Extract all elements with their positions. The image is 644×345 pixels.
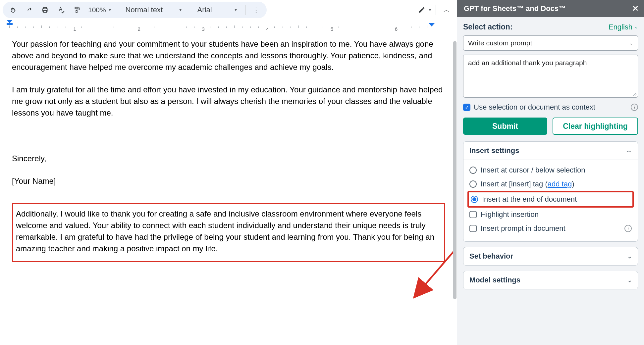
- right-indent-marker[interactable]: [429, 23, 435, 26]
- empty-line: [12, 130, 445, 142]
- model-settings-title: Model settings: [469, 276, 520, 284]
- clear-highlighting-button[interactable]: Clear highlighting: [553, 118, 638, 135]
- checkbox-empty-icon: [469, 211, 477, 218]
- separator: [436, 5, 436, 15]
- spellcheck-icon: [57, 6, 65, 14]
- print-icon: [41, 6, 49, 14]
- toolbar: 100% ▼ Normal text ▼ Arial ▼ ⋮ ▼: [0, 0, 457, 20]
- model-settings-panel[interactable]: Model settings ⌄: [463, 271, 638, 289]
- language-value: English: [609, 23, 632, 31]
- radio-label: Insert at [insert] tag (add tag): [481, 180, 574, 188]
- paragraph-1: Your passion for teaching and your commi…: [12, 38, 445, 73]
- chevron-down-icon: ⌄: [627, 253, 632, 260]
- document-area: 100% ▼ Normal text ▼ Arial ▼ ⋮ ▼: [0, 0, 457, 345]
- radio-label: Insert at cursor / below selection: [481, 166, 585, 174]
- action-value: Write custom prompt: [468, 39, 532, 47]
- zoom-value: 100%: [88, 6, 106, 14]
- use-context-label: Use selection or document as context: [474, 103, 595, 112]
- paragraph-style-select[interactable]: Normal text ▼: [121, 6, 187, 14]
- insert-settings-body: Insert at cursor / below selection Inser…: [463, 160, 638, 241]
- insert-settings-header[interactable]: Insert settings ︿: [463, 142, 638, 160]
- chevron-down-icon: ▼: [108, 8, 112, 12]
- checkbox-checked-icon[interactable]: ✓: [463, 104, 470, 111]
- separator: [190, 5, 190, 15]
- signature: [Your Name]: [12, 175, 445, 187]
- radio-icon: [469, 180, 477, 188]
- chevron-down-icon: ▼: [234, 8, 238, 12]
- chevron-up-icon: ︿: [626, 147, 632, 154]
- check-label: Insert prompt in document: [481, 224, 565, 233]
- select-action-label: Select action:: [463, 23, 513, 31]
- sidebar-body: Select action: English ⌄ Write custom pr…: [457, 17, 644, 345]
- style-value: Normal text: [126, 6, 163, 14]
- radio-icon: [469, 167, 477, 174]
- radio-insert-tag[interactable]: Insert at [insert] tag (add tag): [469, 177, 632, 191]
- prompt-text: add an additional thank you paragraph: [468, 59, 587, 67]
- add-tag-link[interactable]: add tag: [548, 180, 572, 188]
- chevron-down-icon: ▼: [428, 8, 432, 12]
- check-label: Highlight insertion: [481, 210, 539, 219]
- document-page[interactable]: Your passion for teaching and your commi…: [0, 29, 457, 345]
- sidebar-title: GPT for Sheets™ and Docs™: [464, 4, 566, 13]
- undo-icon: [10, 6, 17, 14]
- radio-label: Insert at the end of document: [482, 195, 577, 204]
- pencil-icon: [418, 6, 425, 14]
- chevron-down-icon: ⌄: [634, 25, 638, 29]
- ruler-track: 123456: [9, 20, 451, 29]
- undo-button[interactable]: [5, 3, 21, 17]
- more-vert-icon: ⋮: [253, 6, 259, 14]
- set-behavior-panel[interactable]: Set behavior ⌄: [463, 247, 638, 266]
- info-icon[interactable]: i: [624, 225, 632, 232]
- radio-insert-end[interactable]: Insert at the end of document: [471, 194, 630, 205]
- font-value: Arial: [197, 6, 212, 14]
- edit-mode-button[interactable]: ▼: [417, 3, 433, 17]
- close-icon[interactable]: ✕: [632, 4, 639, 13]
- chevron-down-icon: ▼: [179, 8, 183, 12]
- toolbar-pill: 100% ▼ Normal text ▼ Arial ▼ ⋮: [3, 2, 267, 18]
- separator: [245, 5, 245, 15]
- action-header-row: Select action: English ⌄: [463, 23, 638, 31]
- submit-button[interactable]: Submit: [463, 118, 547, 135]
- language-select[interactable]: English ⌄: [609, 23, 638, 31]
- spellcheck-button[interactable]: [53, 3, 69, 17]
- info-icon[interactable]: i: [631, 104, 638, 111]
- font-select[interactable]: Arial ▼: [193, 6, 242, 14]
- radio-insert-end-highlight: Insert at the end of document: [467, 191, 634, 208]
- redo-button[interactable]: [21, 3, 37, 17]
- set-behavior-title: Set behavior: [469, 252, 513, 261]
- chevron-up-icon: ︿: [444, 6, 450, 14]
- print-button[interactable]: [37, 3, 53, 17]
- separator: [118, 5, 118, 15]
- radio-insert-cursor[interactable]: Insert at cursor / below selection: [469, 163, 632, 177]
- check-highlight-insertion[interactable]: Highlight insertion: [469, 208, 632, 222]
- inserted-text-highlight: Additionally, I would like to thank you …: [12, 203, 445, 262]
- insert-settings-title: Insert settings: [469, 146, 519, 155]
- sidebar-header: GPT for Sheets™ and Docs™ ✕: [457, 0, 644, 17]
- paint-icon: [73, 6, 80, 14]
- model-settings-header[interactable]: Model settings ⌄: [463, 271, 638, 289]
- radio-selected-icon: [471, 196, 478, 203]
- paint-format-button[interactable]: [69, 3, 85, 17]
- scroll-thumb[interactable]: [453, 41, 456, 299]
- action-dropdown[interactable]: Write custom prompt ⌄: [463, 35, 638, 51]
- redo-icon: [26, 6, 33, 14]
- scrollbar[interactable]: [453, 28, 456, 345]
- insert-settings-panel: Insert settings ︿ Insert at cursor / bel…: [463, 141, 638, 242]
- button-row: Submit Clear highlighting: [463, 118, 638, 135]
- checkbox-empty-icon: [469, 225, 477, 232]
- zoom-select[interactable]: 100% ▼: [85, 6, 115, 14]
- sidebar: GPT for Sheets™ and Docs™ ✕ Select actio…: [457, 0, 644, 345]
- inserted-paragraph: Additionally, I would like to thank you …: [16, 208, 441, 254]
- chevron-down-icon: ⌄: [629, 41, 633, 46]
- closing: Sincerely,: [12, 153, 445, 165]
- paragraph-2: I am truly grateful for all the time and…: [12, 84, 445, 119]
- chevron-down-icon: ⌄: [627, 277, 632, 283]
- check-insert-prompt[interactable]: Insert prompt in document i: [469, 222, 632, 235]
- prompt-textarea[interactable]: add an additional thank you paragraph: [463, 55, 638, 98]
- collapse-button[interactable]: ︿: [439, 3, 455, 17]
- ruler[interactable]: 123456: [0, 20, 457, 29]
- use-context-row[interactable]: ✓ Use selection or document as context i: [463, 103, 638, 112]
- more-button[interactable]: ⋮: [248, 3, 264, 17]
- set-behavior-header[interactable]: Set behavior ⌄: [463, 247, 638, 265]
